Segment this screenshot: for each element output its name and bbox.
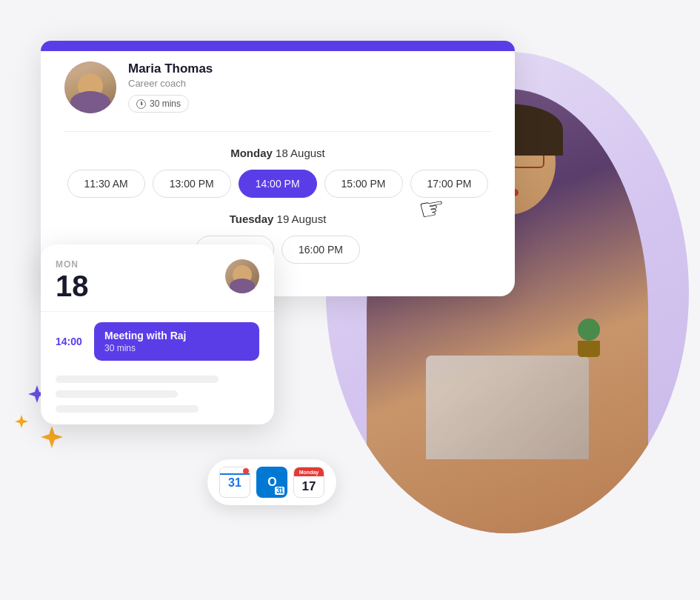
svg-marker-2: [41, 426, 63, 448]
cal-empty-row-2: [56, 390, 178, 398]
cal-date-block: MON 18: [56, 259, 89, 302]
slot-1130[interactable]: 11:30 AM: [67, 170, 145, 198]
cal-time: 14:00: [56, 336, 94, 347]
meeting-title: Meeting with Raj: [104, 330, 249, 341]
cal-empty-row-3: [56, 405, 199, 413]
cal-apps-strip: 31 O31 Monday 17: [207, 459, 336, 505]
laptop: [426, 356, 589, 459]
slot-1300[interactable]: 13:00 PM: [153, 170, 231, 198]
host-name: Maria Thomas: [128, 61, 491, 76]
clock-icon: [136, 99, 146, 109]
slot-tue-1600[interactable]: 16:00 PM: [281, 236, 360, 264]
cal-day-num: 18: [56, 270, 89, 302]
booking-card-topbar: [41, 41, 515, 51]
cal-empty-rows: [41, 368, 274, 424]
avatar: [64, 61, 116, 113]
duration-label: 30 mins: [150, 99, 181, 109]
cal-day-name: MON: [56, 259, 89, 270]
cal-empty-row-1: [56, 376, 219, 383]
tuesday-day: Tuesday: [230, 213, 274, 225]
apple-cal-top: Monday: [294, 467, 324, 476]
booking-header: Maria Thomas Career coach 30 mins: [64, 61, 491, 113]
monday-date: 18 August: [276, 147, 325, 159]
slot-1500[interactable]: 15:00 PM: [324, 170, 403, 198]
slot-1400[interactable]: 14:00 PM: [239, 170, 317, 198]
host-info: Maria Thomas Career coach 30 mins: [128, 61, 491, 113]
gcal-body: 31: [220, 476, 250, 490]
meeting-block[interactable]: Meeting with Raj 30 mins: [94, 322, 259, 361]
sparkle-2: [15, 415, 28, 428]
cal-avatar: [225, 259, 259, 293]
divider: [64, 131, 491, 132]
mobile-calendar-card: MON 18 14:00 Meeting with Raj 30 mins: [41, 244, 274, 424]
duration-badge: 30 mins: [128, 95, 189, 113]
gcal-corner: [243, 468, 249, 474]
plant: [574, 319, 604, 356]
monday-header: Monday 18 August: [64, 147, 491, 159]
outlook-calendar-icon[interactable]: O31: [256, 467, 287, 498]
avatar-face: [64, 61, 116, 113]
outlook-label: O31: [267, 476, 276, 489]
apple-calendar-icon[interactable]: Monday 17: [293, 467, 324, 498]
host-title: Career coach: [128, 78, 491, 89]
monday-section: Monday 18 August 11:30 AM 13:00 PM 14:00…: [64, 147, 491, 198]
apple-cal-body: 17: [294, 476, 324, 497]
sparkle-3: [41, 426, 63, 448]
cursor-hand: ☞: [416, 189, 447, 227]
google-calendar-icon[interactable]: 31: [219, 467, 250, 498]
cal-time-row: 14:00 Meeting with Raj 30 mins: [41, 312, 274, 368]
tuesday-date: 19 August: [277, 213, 327, 225]
meeting-duration: 30 mins: [104, 343, 249, 353]
svg-marker-1: [15, 415, 28, 428]
mobile-cal-header: MON 18: [41, 244, 274, 312]
monday-day: Monday: [230, 147, 273, 159]
